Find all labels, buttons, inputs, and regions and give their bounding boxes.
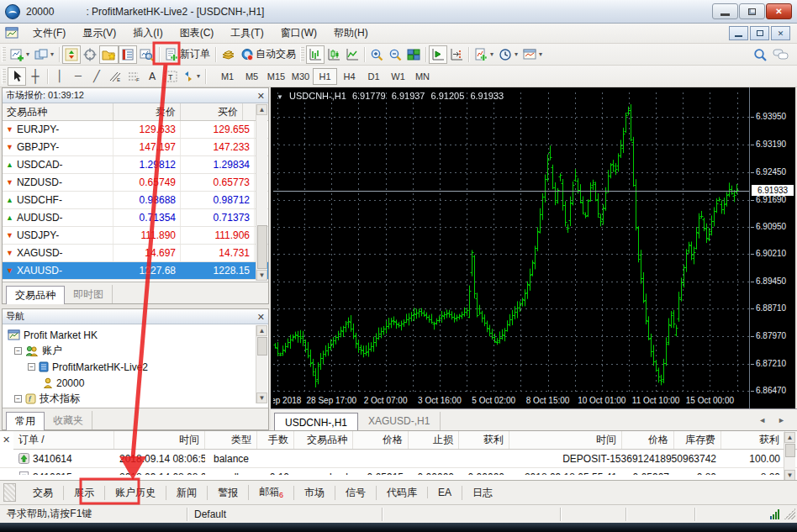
market-row[interactable]: ▼EURJPY-129.633129.655 — [3, 121, 268, 139]
tree-item-account-20000[interactable]: 20000 — [3, 375, 268, 391]
bar-chart-style-button[interactable] — [306, 45, 325, 64]
column-price[interactable]: 价格 — [353, 431, 409, 449]
column-tp[interactable]: 获利 — [459, 431, 509, 449]
menu-file[interactable]: 文件(F) — [24, 24, 74, 43]
market-row[interactable]: ▼NZDUSD-0.657490.65773 — [3, 174, 268, 192]
scroll-down-icon[interactable]: ▼ — [256, 270, 267, 281]
date-axis[interactable]: 27 Sep 201828 Sep 17:002 Oct 07:003 Oct … — [273, 394, 749, 408]
collapse-icon[interactable]: − — [14, 395, 22, 403]
tab-signals[interactable]: 信号 — [335, 486, 376, 500]
column-close-time[interactable]: 时间 — [509, 431, 622, 449]
arrows-shapes-button[interactable]: ▾ — [180, 67, 203, 86]
timeframe-w1[interactable]: W1 — [386, 68, 410, 85]
new-chart-button[interactable]: ▾ — [8, 45, 32, 64]
scroll-up-icon[interactable]: ▲ — [784, 432, 795, 443]
tab-experts[interactable]: EA — [427, 487, 462, 498]
timeframe-m30[interactable]: M30 — [288, 68, 313, 85]
crosshair-button[interactable]: ┼ — [26, 67, 45, 86]
tree-item-indicators[interactable]: − f 技术指标 — [3, 391, 268, 407]
collapse-icon[interactable]: − — [28, 363, 35, 371]
autotrade-button[interactable]: 自动交易 — [238, 45, 298, 64]
chart-tab-xagusd[interactable]: XAGUSD-,H1 — [358, 412, 441, 430]
scrollbar-thumb[interactable] — [257, 337, 267, 356]
restore-button[interactable] — [739, 3, 765, 19]
cursor-button[interactable] — [8, 67, 26, 86]
market-row[interactable]: ▼XAUUSD-1227.681228.15 — [3, 262, 268, 280]
timeframe-h1[interactable]: H1 — [313, 68, 337, 85]
price-axis[interactable]: 6.91933 6.939506.931906.924506.916906.90… — [749, 87, 795, 408]
metaeditor-button[interactable] — [219, 45, 238, 64]
chart-tab-usdcnh[interactable]: USDCNH-,H1 — [274, 413, 358, 431]
market-watch-toggle[interactable] — [62, 45, 81, 64]
community-chat-button[interactable] — [770, 45, 792, 64]
market-row[interactable]: ▼XAGUSD-14.69714.731 — [3, 245, 268, 262]
zoom-out-button[interactable] — [386, 45, 404, 64]
navigator-toggle[interactable] — [99, 45, 119, 64]
terminal-toggle[interactable] — [119, 45, 137, 64]
tab-favorites[interactable]: 收藏夹 — [45, 411, 92, 429]
column-profit[interactable]: 获利 — [721, 431, 785, 449]
timeframe-m15[interactable]: M15 — [264, 68, 288, 85]
terminal-scrollbar[interactable]: ▲ ▼ — [784, 432, 795, 481]
templates-button[interactable]: ▾ — [520, 45, 545, 64]
tree-item-accounts[interactable]: − 账户 — [3, 343, 268, 359]
history-row-balance[interactable]: 3410614 2018.09.14 08:06:59 balance DEPO… — [13, 450, 797, 467]
scrollbar-thumb[interactable] — [257, 225, 267, 269]
column-type[interactable]: 类型 — [205, 431, 257, 449]
scroll-up-icon[interactable]: ▲ — [256, 325, 267, 336]
chart-window[interactable]: ▼ USDCNH-,H1 6.91779 6.91937 6.91205 6.9… — [271, 87, 795, 408]
column-symbol[interactable]: 交易品种 — [3, 103, 113, 120]
close-icon[interactable]: ✕ — [257, 92, 265, 100]
market-watch-scrollbar[interactable]: ▲ ▼ — [256, 104, 267, 281]
column-open-time[interactable]: 时间 — [114, 431, 205, 449]
tab-alerts[interactable]: 警报 — [207, 486, 248, 500]
dock-grip[interactable] — [3, 483, 16, 502]
mdi-close-button[interactable]: ✕ — [771, 26, 790, 40]
status-profile[interactable]: Default — [187, 508, 383, 521]
market-row[interactable]: ▼GBPJPY-147.197147.233 — [3, 139, 268, 156]
close-button[interactable]: ✕ — [766, 3, 792, 19]
market-row[interactable]: ▼USDJPY-111.890111.906 — [3, 227, 268, 245]
scroll-down-icon[interactable]: ▼ — [256, 392, 267, 403]
menu-window[interactable]: 窗口(W) — [272, 24, 325, 43]
menu-help[interactable]: 帮助(H) — [325, 24, 377, 43]
tab-symbols[interactable]: 交易品种 — [6, 286, 65, 304]
tab-code-base[interactable]: 代码库 — [376, 486, 427, 500]
tree-item-broker[interactable]: Profit Market HK — [3, 327, 268, 343]
collapse-icon[interactable]: − — [14, 347, 22, 355]
close-icon[interactable]: ✕ — [3, 435, 10, 445]
search-button[interactable] — [751, 45, 770, 64]
text-label-button[interactable]: T — [161, 67, 180, 86]
tab-journal[interactable]: 日志 — [462, 486, 503, 500]
mdi-restore-button[interactable] — [750, 26, 769, 40]
timeframe-m1[interactable]: M1 — [215, 68, 240, 85]
tab-tick-chart[interactable]: 即时图 — [65, 285, 113, 303]
line-chart-style-button[interactable] — [343, 45, 362, 64]
column-ask[interactable]: 买价 — [181, 103, 243, 120]
column-bid[interactable]: 卖价 — [113, 103, 181, 120]
tab-common[interactable]: 常用 — [6, 412, 45, 430]
scroll-left-icon[interactable]: ◄ — [758, 416, 766, 424]
tab-exposure[interactable]: 展示 — [63, 486, 104, 500]
menu-view[interactable]: 显示(V) — [74, 24, 124, 43]
column-lots[interactable]: 手数 — [257, 431, 294, 449]
price-chart-canvas[interactable] — [273, 92, 749, 394]
minimize-button[interactable] — [712, 3, 738, 19]
column-order[interactable]: 订单 / — [13, 431, 114, 449]
tab-account-history[interactable]: 账户历史 — [104, 486, 166, 500]
toolbar-grip[interactable] — [300, 47, 304, 62]
tile-windows-button[interactable] — [404, 45, 423, 64]
market-row[interactable]: ▲AUDUSD-0.713540.71373 — [3, 209, 268, 227]
menu-charts[interactable]: 图表(C) — [172, 24, 223, 43]
tab-mailbox[interactable]: 邮箱6 — [248, 485, 293, 499]
horizontal-line-button[interactable]: ─ — [69, 67, 87, 86]
timeframe-mn[interactable]: MN — [410, 68, 435, 85]
data-window-button[interactable] — [81, 45, 99, 64]
close-icon[interactable]: ✕ — [257, 313, 265, 321]
column-close-price[interactable]: 价格 — [622, 431, 674, 449]
column-sl[interactable]: 止损 — [409, 431, 459, 449]
toolbar-grip[interactable] — [2, 47, 6, 62]
timeframe-m5[interactable]: M5 — [240, 68, 264, 85]
scroll-up-icon[interactable]: ▲ — [256, 104, 267, 115]
history-row-clipped[interactable]: 3410615 2018.09.14 08:08:04 sell 0.10 nz… — [0, 467, 797, 475]
